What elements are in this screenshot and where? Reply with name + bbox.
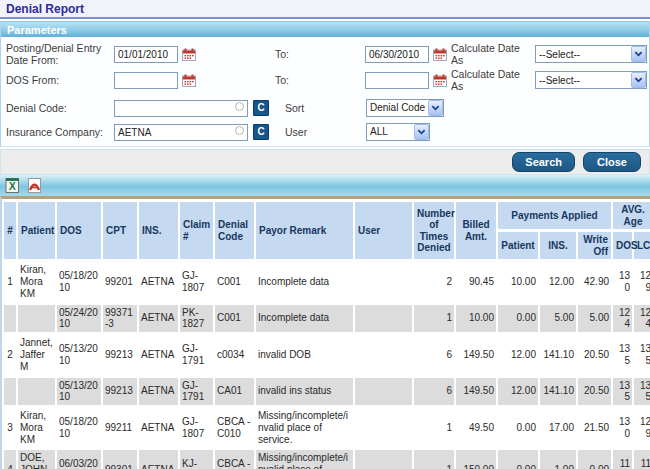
cell-user	[355, 450, 412, 469]
cell-times-denied: 2	[414, 262, 454, 301]
calendar-icon[interactable]	[182, 74, 196, 87]
cell-user	[355, 335, 412, 374]
chevron-down-icon	[631, 72, 646, 88]
cell-pa-write-off: 20.50	[578, 335, 611, 374]
user-select[interactable]: ALL	[366, 123, 430, 141]
cell-payor-remark: invalid ins status	[256, 378, 353, 406]
denial-code-clear-button[interactable]: C	[253, 100, 269, 116]
cell-pa-patient: 0.00	[498, 305, 538, 333]
cell-pa-ins: 141.10	[540, 378, 576, 406]
chevron-down-icon	[428, 100, 443, 116]
cell-times-denied: 6	[414, 335, 454, 374]
calendar-icon[interactable]	[433, 48, 447, 61]
cell-times-denied: 1	[414, 408, 454, 447]
dos-to-input[interactable]	[365, 72, 429, 89]
cell-pa-ins: 17.00	[540, 408, 576, 447]
cell-age-dos: 130	[613, 408, 632, 447]
posting-calc-date-select[interactable]: --Select--	[535, 45, 647, 63]
excel-export-icon[interactable]: X	[5, 178, 20, 193]
cell-ins: AETNA	[139, 450, 178, 469]
cell-age-dos: 135	[613, 378, 632, 406]
dos-to-label: To:	[275, 74, 365, 86]
posting-date-to-label: To:	[275, 48, 365, 60]
insurance-input[interactable]	[114, 124, 248, 141]
cell-denial-code: c0034	[215, 335, 254, 374]
pdf-export-icon[interactable]	[27, 178, 42, 193]
report-table-header: # Patient DOS CPT INS. Claim # Denial Co…	[4, 202, 650, 259]
dos-calc-date-select[interactable]: --Select--	[535, 71, 647, 89]
cell-claim: GJ-1791	[180, 335, 213, 374]
cell-age-lcd: 129	[634, 408, 650, 447]
cell-billed-amt: 150.00	[456, 450, 496, 469]
title-bar: Denial Report	[0, 0, 650, 19]
dos-from-input[interactable]	[114, 72, 178, 89]
cell-payor-remark: invalid DOB	[256, 335, 353, 374]
export-toolbar: X	[0, 175, 650, 196]
cell-billed-amt: 149.50	[456, 335, 496, 374]
denial-report-table: # Patient DOS CPT INS. Claim # Denial Co…	[2, 199, 650, 469]
cell-payor-remark: Incomplete data	[256, 305, 353, 333]
table-row: 2 Jannet, Jaffer M 05/13/2010 99213 AETN…	[4, 335, 650, 374]
cell-billed-amt: 90.45	[456, 262, 496, 301]
svg-text:X: X	[9, 181, 16, 192]
cell-denial-code: CBCA - C010	[215, 450, 254, 469]
cell-cpt: 99371-3	[103, 305, 137, 333]
cell-payor-remark: Incomplete data	[256, 262, 353, 301]
posting-calc-date-value: --Select--	[536, 49, 631, 60]
col-header-dos: DOS	[57, 202, 101, 259]
page-title: Denial Report	[6, 2, 84, 16]
dos-date-row: DOS From: To: Calculate Date As	[1, 68, 649, 92]
denial-code-lookup-wrap	[114, 98, 248, 117]
cell-pa-write-off: 5.00	[578, 305, 611, 333]
dos-calc-date-label: Calculate Date As	[451, 68, 532, 92]
close-button[interactable]: Close	[583, 152, 641, 172]
cell-ins: AETNA	[139, 408, 178, 447]
posting-date-from-input[interactable]	[114, 46, 178, 63]
calendar-icon[interactable]	[433, 74, 447, 87]
col-header-user: User	[355, 202, 412, 259]
col-header-age-dos: DOS	[613, 232, 632, 259]
cell-user	[355, 408, 412, 447]
cell-dos: 05/24/2010	[57, 305, 101, 333]
cell-ins: AETNA	[139, 262, 178, 301]
cell-denial-code: C001	[215, 262, 254, 301]
cell-age-dos: 130	[613, 262, 632, 301]
cell-payor-remark: Missing/incomplete/invalid place of serv…	[256, 450, 353, 469]
cell-claim: PK-1827	[180, 305, 213, 333]
posting-date-to-input[interactable]	[365, 46, 429, 63]
cell-user	[355, 378, 412, 406]
cell-cpt: 99213	[103, 335, 137, 374]
cell-cpt: 99301	[103, 450, 137, 469]
posting-date-label: Posting/Denial Entry Date From:	[6, 42, 114, 66]
cell-payor-remark: Missing/incomplete/invalid place of serv…	[256, 408, 353, 447]
col-header-cpt: CPT	[103, 202, 137, 259]
search-button[interactable]: Search	[512, 152, 575, 172]
cell-index: 1	[4, 262, 16, 301]
table-row: 1 Kiran, Mora KM 05/18/2010 99201 AETNA …	[4, 262, 650, 301]
insurance-row: Insurance Company: C User ALL	[1, 122, 649, 141]
sort-select[interactable]: Denial Code	[366, 99, 444, 117]
cell-times-denied: 1	[414, 450, 454, 469]
cell-denial-code: C001	[215, 305, 254, 333]
cell-index: 3	[4, 408, 16, 447]
table-row: 05/13/2010 99213 AETNA GJ-1791 CA01 inva…	[4, 378, 650, 406]
insurance-label: Insurance Company:	[6, 126, 114, 138]
cell-ins: AETNA	[139, 335, 178, 374]
table-row: 3 Kiran, Mora KM 05/18/2010 99211 AETNA …	[4, 408, 650, 447]
cell-dos: 06/03/2010	[57, 450, 101, 469]
report-table-body: 1 Kiran, Mora KM 05/18/2010 99201 AETNA …	[4, 262, 650, 469]
posting-date-row: Posting/Denial Entry Date From: To: Calc…	[1, 42, 649, 66]
denial-code-input[interactable]	[114, 100, 248, 117]
cell-denial-code: CA01	[215, 378, 254, 406]
calendar-icon[interactable]	[182, 48, 196, 61]
cell-age-lcd: 135	[634, 378, 650, 406]
cell-pa-patient: 12.00	[498, 378, 538, 406]
parameters-header: Parameters	[1, 21, 649, 37]
cell-patient: Kiran, Mora KM	[18, 262, 55, 301]
chevron-down-icon	[631, 46, 646, 62]
cell-age-lcd: 124	[634, 305, 650, 333]
table-row: 4 DOE, JOHN M 06/03/2010 99301 AETNA KJ-…	[4, 450, 650, 469]
table-row: 05/24/2010 99371-3 AETNA PK-1827 C001 In…	[4, 305, 650, 333]
insurance-clear-button[interactable]: C	[253, 124, 269, 140]
cell-age-lcd: 135	[634, 335, 650, 374]
